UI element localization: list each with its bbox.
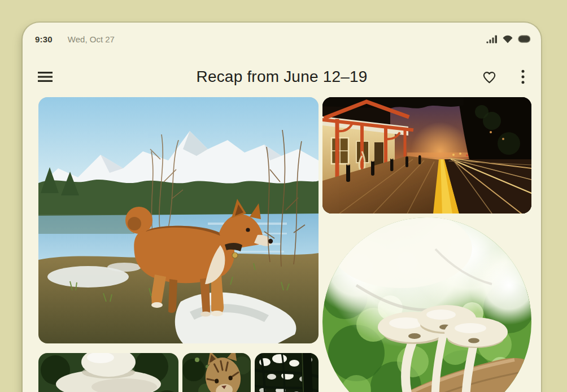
- hamburger-menu-button[interactable]: [34, 66, 56, 88]
- status-bar: 9:30 Wed, Oct 27: [35, 32, 531, 46]
- status-time: 9:30: [35, 34, 53, 44]
- photo-dog-lake[interactable]: [38, 97, 319, 343]
- photo-train-station[interactable]: [322, 97, 531, 214]
- cat-flower-photo-art: [182, 353, 251, 392]
- cellular-signal-icon: [486, 34, 498, 43]
- photo-forest[interactable]: [255, 353, 319, 392]
- wifi-icon: [503, 35, 513, 43]
- dog-lake-photo-art: [38, 97, 319, 343]
- heart-outline-icon: [482, 70, 497, 84]
- more-options-button[interactable]: [512, 66, 534, 88]
- device-screen: 9:30 Wed, Oct 27: [23, 23, 541, 392]
- forest-photo-art: [255, 353, 319, 392]
- hamburger-menu-icon: [38, 71, 53, 82]
- photo-cat-flower[interactable]: [182, 353, 251, 392]
- favorite-button[interactable]: [478, 66, 500, 88]
- mushrooms-photo-art: [322, 217, 531, 392]
- app-bar: Recap from June 12–19: [23, 62, 541, 92]
- train-station-photo-art: [322, 97, 531, 214]
- battery-icon: [518, 35, 531, 43]
- page-title: Recap from June 12–19: [196, 68, 367, 86]
- status-icons: [486, 34, 531, 43]
- status-date: Wed, Oct 27: [68, 34, 115, 44]
- photo-mushrooms[interactable]: [322, 217, 531, 392]
- photo-beekeeper[interactable]: [38, 353, 178, 392]
- kebab-menu-icon: [521, 69, 525, 84]
- tablet-mockup: 9:30 Wed, Oct 27: [0, 0, 567, 392]
- beekeeper-photo-art: [38, 353, 178, 392]
